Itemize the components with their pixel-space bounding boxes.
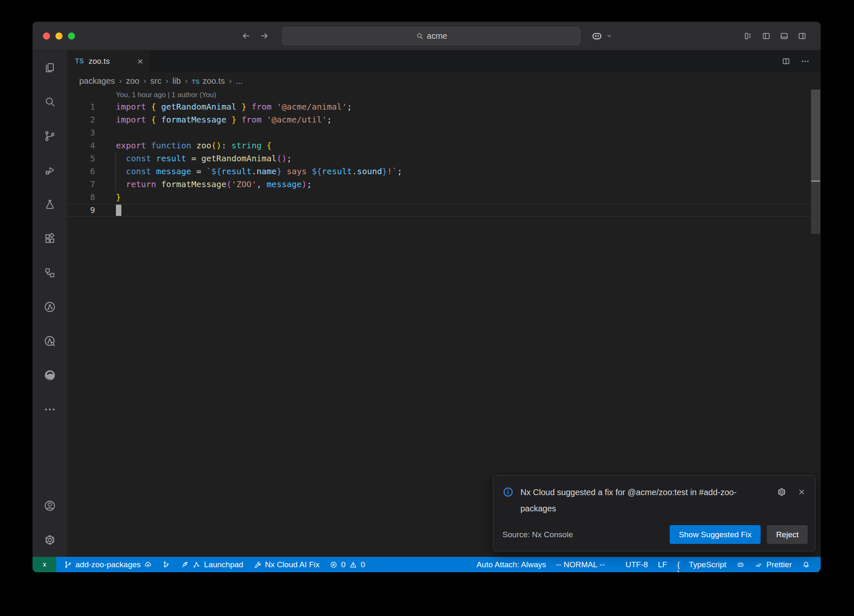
git-blame-annotation: You, 1 hour ago | 1 author (You) <box>116 91 216 99</box>
code-line-2: 2import { formatMessage } from '@acme/ut… <box>67 113 821 126</box>
breadcrumb-item[interactable]: packages <box>79 76 115 86</box>
breadcrumb-separator: › <box>119 76 122 85</box>
split-editor-icon[interactable] <box>781 57 791 66</box>
braces-icon: { } <box>677 561 686 569</box>
notification-source: Source: Nx Console <box>502 530 573 539</box>
status-prettier[interactable]: Prettier <box>750 557 797 572</box>
line-number: 4 <box>67 139 95 152</box>
git-graph-icon <box>162 561 171 569</box>
desktop: acme TS zoo.ts packages›zo <box>0 0 854 616</box>
copilot-menu[interactable] <box>590 22 613 50</box>
sidebar-item-search[interactable] <box>33 85 67 119</box>
vscode-window: acme TS zoo.ts packages›zo <box>33 22 821 572</box>
close-tab-icon[interactable] <box>136 58 144 65</box>
sidebar-item-nx-console[interactable] <box>33 290 67 324</box>
scrollbar-thumb-lower[interactable] <box>811 182 820 234</box>
notification-settings-gear-icon[interactable] <box>776 487 787 497</box>
layout-controls <box>743 22 807 50</box>
status-eol[interactable]: LF <box>653 557 672 572</box>
breadcrumb-item[interactable]: src <box>151 76 162 86</box>
layout-panel-icon[interactable] <box>779 31 789 41</box>
status-language-mode[interactable]: { }TypeScript <box>672 557 731 572</box>
sidebar-item-accounts[interactable] <box>33 488 67 523</box>
status-label: 0 <box>341 560 346 569</box>
layout-sidebar-left-icon[interactable] <box>761 31 771 41</box>
tab-zoo-ts[interactable]: TS zoo.ts <box>67 50 151 72</box>
breadcrumb-item[interactable]: zoo <box>126 76 139 86</box>
code-line-4: 4export function zoo(): string { <box>67 139 821 152</box>
chevron-down-icon <box>606 33 613 39</box>
sidebar-item-project-structure[interactable] <box>33 255 67 290</box>
status-label: Launchpad <box>204 560 243 569</box>
status-auto-attach[interactable]: Auto Attach: Always <box>472 557 551 572</box>
status-problems[interactable]: 00 <box>324 557 370 572</box>
vim-block-cursor <box>116 205 121 216</box>
status-nx-cloud-ai-fix[interactable]: Nx Cloud AI Fix <box>248 557 324 572</box>
status-vim-mode[interactable]: -- NORMAL -- <box>551 557 610 572</box>
more-actions-icon[interactable] <box>801 57 810 66</box>
warning-triangle-icon <box>349 561 357 569</box>
show-suggested-fix-button[interactable]: Show Suggested Fix <box>670 525 761 544</box>
forward-icon[interactable] <box>259 31 269 41</box>
line-number: 1 <box>67 100 95 113</box>
sidebar-item-explorer[interactable] <box>33 50 67 85</box>
minimize-window-button[interactable] <box>55 33 63 40</box>
status-label: add-zoo-packages <box>75 560 141 569</box>
tab-label: zoo.ts <box>88 57 110 66</box>
references-icon <box>43 266 56 279</box>
status-launchpad[interactable]: Launchpad <box>176 557 248 572</box>
wrench-icon <box>253 561 261 569</box>
ts-badge-icon: TS <box>192 76 200 86</box>
status-remote-indicator[interactable] <box>33 557 56 572</box>
status-git-branch[interactable]: add-zoo-packages <box>59 557 157 572</box>
back-icon[interactable] <box>241 31 251 41</box>
status-git-graph[interactable] <box>157 557 176 572</box>
breadcrumb-item[interactable]: lib <box>173 76 181 86</box>
breadcrumb-item[interactable]: TSzoo.ts <box>192 76 225 86</box>
status-label: -- NORMAL -- <box>556 560 605 569</box>
reject-button[interactable]: Reject <box>767 525 808 544</box>
status-label: 0 <box>361 560 365 569</box>
code-line-7: 7 return formatMessage('ZOO', message); <box>67 178 821 191</box>
edge-icon <box>43 369 56 382</box>
zoom-window-button[interactable] <box>68 33 75 40</box>
code-line-1: 1import { getRandomAnimal } from '@acme/… <box>67 100 821 113</box>
ellipsis-icon <box>43 403 56 416</box>
sidebar-item-extensions[interactable] <box>33 221 67 255</box>
copilot-icon <box>590 30 603 43</box>
activity-bar <box>33 50 67 557</box>
status-encoding[interactable]: UTF-8 <box>620 557 653 572</box>
status-bar: add-zoo-packagesLaunchpadNx Cloud AI Fix… <box>33 557 821 572</box>
typescript-file-icon: TS <box>75 58 84 65</box>
sidebar-item-browser-preview[interactable] <box>33 358 67 392</box>
sidebar-item-run-and-debug[interactable] <box>33 153 67 187</box>
sidebar-item-nx-cloud[interactable] <box>33 324 67 358</box>
sidebar-item-more-views[interactable] <box>33 392 67 426</box>
breadcrumb-separator: › <box>185 76 188 85</box>
source-control-icon <box>43 130 56 143</box>
sidebar-item-settings[interactable] <box>33 523 67 557</box>
notification-close-icon[interactable] <box>797 488 806 496</box>
search-icon <box>43 95 56 108</box>
indent-guide <box>116 152 116 191</box>
status-copilot[interactable] <box>731 557 750 572</box>
code-line-5: 5 const result = getRandomAnimal(); <box>67 152 821 165</box>
sidebar-item-source-control[interactable] <box>33 119 67 153</box>
check-double-icon <box>755 561 763 569</box>
command-center-search[interactable]: acme <box>282 27 580 45</box>
editor-actions <box>781 50 810 72</box>
debug-icon <box>43 164 56 177</box>
status-notifications[interactable] <box>797 557 815 572</box>
node-graph-icon <box>192 561 201 569</box>
breadcrumb-item[interactable]: ... <box>236 76 243 86</box>
layout-sidebar-right-icon[interactable] <box>797 31 807 41</box>
window-controls <box>43 22 75 50</box>
sidebar-item-testing[interactable] <box>33 187 67 221</box>
beaker-icon <box>43 198 56 211</box>
breadcrumb-separator: › <box>143 76 146 85</box>
status-label: Prettier <box>766 560 792 569</box>
close-window-button[interactable] <box>43 33 50 40</box>
scrollbar-thumb[interactable] <box>811 90 820 180</box>
search-icon <box>416 32 424 40</box>
customize-layout-icon[interactable] <box>743 31 753 41</box>
